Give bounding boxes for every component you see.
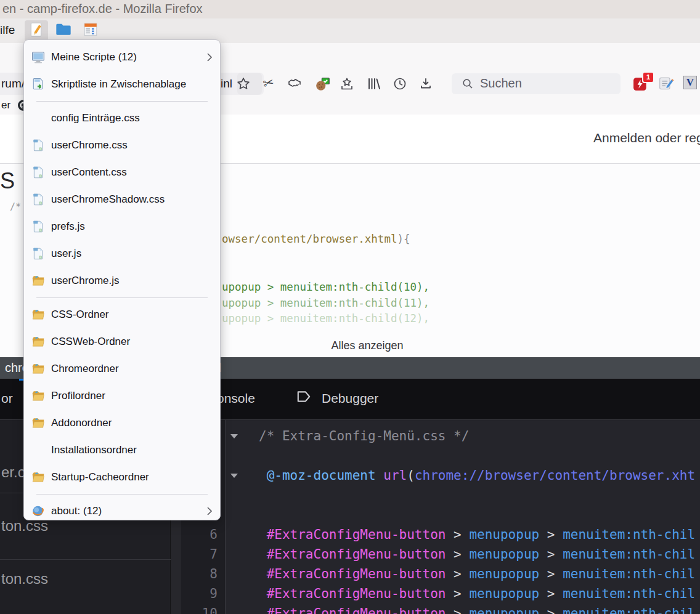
code-line: @-moz-document url(chrome://browser/cont…: [226, 466, 700, 485]
download-icon[interactable]: [418, 76, 433, 91]
menu-item-installationsordner[interactable]: Installationsordner: [24, 437, 220, 464]
menu-item-addonordner[interactable]: Addonordner: [24, 410, 220, 437]
code-token: chrome://browser/content/browser.xht: [415, 468, 695, 483]
fold-arrow-icon[interactable]: [230, 474, 238, 478]
code-token: >: [446, 567, 469, 581]
tab-inspector-fragment[interactable]: or: [1, 391, 13, 406]
code-line: #ExtraConfigMenu-button > menupopup > me…: [226, 604, 700, 614]
code-token: menupopup: [469, 547, 539, 562]
v-extension-icon[interactable]: V: [683, 76, 697, 89]
config-table-button[interactable]: [79, 20, 102, 41]
folder-icon: [31, 416, 45, 430]
submenu-chevron-icon: [206, 52, 213, 62]
stylesheet-item[interactable]: er.c: [1, 464, 25, 481]
code-token: >: [539, 567, 563, 581]
window-titlebar: en - camp-firefox.de - Mozilla Firefox: [0, 0, 700, 18]
debugger-icon: [296, 389, 312, 405]
code-line: [226, 505, 700, 525]
menu-item-prefs-js[interactable]: prefs.js: [24, 213, 220, 240]
code-token: [259, 606, 267, 614]
code-token: >: [539, 606, 563, 614]
code-token: menuitem:nth-chil: [563, 586, 695, 601]
folder-icon: [31, 274, 45, 288]
code-token: @-moz-document: [267, 468, 384, 483]
editor-code-area[interactable]: /* Extra-Config-Menü.css */ @-moz-docume…: [226, 420, 700, 614]
sidebar-divider: [0, 559, 171, 560]
menu-item-startup-cacheordner[interactable]: Startup-Cacheordner: [24, 464, 220, 491]
folder-icon: [31, 335, 45, 349]
menu-item-label: Meine Scripte (12): [51, 51, 137, 63]
page-comment-fragment: /*: [10, 201, 21, 212]
history-clock-icon[interactable]: [393, 76, 407, 91]
code-token: >: [446, 606, 469, 614]
menu-item-label: Addonordner: [51, 417, 112, 429]
menu-item-about-12[interactable]: about: (12): [24, 498, 220, 525]
globe-icon: [31, 504, 45, 518]
code-token: [259, 468, 267, 483]
menu-item-user-js[interactable]: user.js: [24, 240, 220, 267]
file-icon: [31, 220, 45, 233]
stylesheet-item[interactable]: ton.css: [1, 570, 48, 588]
menu-item-label: CSS-Ordner: [51, 309, 109, 321]
search-bar[interactable]: Suchen: [452, 73, 621, 94]
code-token: >: [539, 527, 563, 542]
fold-arrow-icon[interactable]: [230, 434, 238, 438]
menu-item-label: userChrome.css: [51, 139, 128, 151]
code-line: [226, 485, 700, 505]
page-code-green-line: upopup > menuitem:nth-child(10),: [222, 281, 429, 293]
menu-item-userchrome-css[interactable]: userChrome.css: [24, 132, 220, 159]
menu-item-meine-scripte-12[interactable]: Meine Scripte (12): [24, 44, 220, 71]
notes-pencil-icon[interactable]: [658, 75, 674, 91]
url-fragment-right: inl: [221, 77, 232, 91]
menu-item-cssweb-ordner[interactable]: CSSWeb-Ordner: [24, 328, 220, 355]
doc-export-icon: [31, 78, 45, 91]
code-token: [259, 527, 267, 542]
menu-item-label: Installationsordner: [51, 444, 137, 456]
menu-item-label: userChromeShadow.css: [51, 193, 165, 206]
menu-item-chromeordner[interactable]: Chromeordner: [24, 355, 220, 382]
code-token: >: [446, 527, 469, 542]
no-icon: [31, 111, 45, 125]
menu-help-item[interactable]: ilfe: [0, 23, 15, 37]
menu-item-usercontent-css[interactable]: userContent.css: [24, 159, 220, 186]
code-token: menuitem:nth-chil: [563, 527, 695, 542]
line-number: 9: [193, 584, 218, 604]
folder-toolbar-button[interactable]: [52, 20, 75, 41]
file-icon: [31, 247, 45, 261]
menu-item-userchrome-js[interactable]: userChrome.js: [24, 267, 220, 294]
screenshot-scissors-icon[interactable]: ✂: [263, 76, 278, 91]
handshake-icon[interactable]: [287, 76, 302, 91]
code-token: #ExtraConfigMenu-button: [267, 527, 446, 542]
menu-separator: [36, 101, 208, 102]
line-number: 10: [193, 604, 218, 614]
menu-item-label: Chromeordner: [51, 363, 119, 375]
code-token: [259, 586, 267, 601]
menu-item-userchromeshadow-css[interactable]: userChromeShadow.css: [24, 186, 220, 213]
file-icon: [31, 193, 45, 206]
cookie-consent-icon[interactable]: [315, 76, 330, 91]
code-token: >: [446, 586, 469, 601]
tab-debugger[interactable]: Debugger: [322, 391, 378, 406]
code-token: >: [539, 586, 563, 601]
menu-item-label: userContent.css: [51, 166, 127, 179]
code-token: #ExtraConfigMenu-button: [267, 606, 446, 614]
script-editor-button[interactable]: [25, 20, 48, 41]
library-icon[interactable]: [367, 76, 381, 91]
code-line: [226, 446, 700, 466]
code-token: owser/content/browser.xhtml: [222, 233, 397, 245]
submenu-chevron-icon: [206, 506, 213, 516]
menu-item-config-eintr-ge-css[interactable]: config Einträge.css: [24, 105, 220, 132]
code-line: #ExtraConfigMenu-button > menupopup > me…: [226, 525, 700, 544]
code-token: url: [383, 468, 407, 483]
bookmark-star-icon[interactable]: [236, 76, 251, 91]
signin-link[interactable]: Anmelden oder reg: [593, 131, 700, 145]
menu-item-label: prefs.js: [51, 220, 85, 233]
show-all-button[interactable]: Alles anzeigen: [222, 339, 513, 352]
menu-item-css-ordner[interactable]: CSS-Ordner: [24, 301, 220, 328]
code-token: #ExtraConfigMenu-button: [267, 567, 446, 581]
menu-item-skriptliste-in-zwischenablage[interactable]: Skriptliste in Zwischenablage: [24, 71, 220, 98]
code-token: #ExtraConfigMenu-button: [267, 547, 446, 562]
bookmark-item-fragment[interactable]: er: [1, 99, 10, 111]
star-tray-icon[interactable]: [340, 76, 354, 91]
menu-item-profilordner[interactable]: Profilordner: [24, 382, 220, 410]
